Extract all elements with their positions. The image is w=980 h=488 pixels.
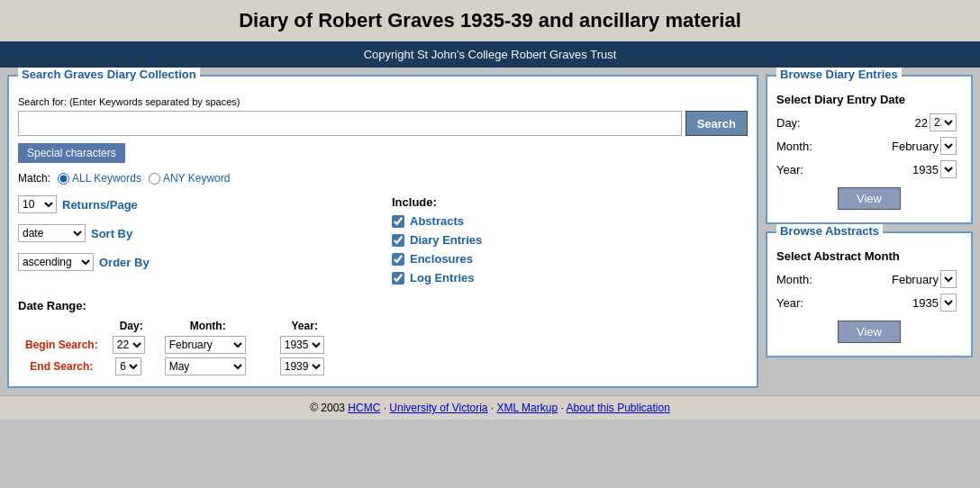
main-layout: Search Graves Diary Collection Search fo… (0, 68, 980, 395)
match-row: Match: ALL Keywords ANY Keyword (18, 172, 748, 185)
footer-copyright: © 2003 (310, 402, 345, 414)
log-entries-row: Log Entries (392, 271, 748, 285)
begin-year-select[interactable]: 1935 1936193719381939 (280, 336, 324, 354)
browse-diary-day-row: Day: 22 22 (776, 113, 962, 131)
browse-abstracts-panel: Browse Abstracts Select Abstract Month M… (766, 231, 973, 357)
enclosures-row: Enclosures (392, 252, 748, 266)
year-col-header: Year: (273, 318, 337, 334)
browse-diary-view-button[interactable]: View (838, 187, 901, 210)
browse-diary-month-label: Month: (776, 140, 812, 153)
diary-entries-row: Diary Entries (392, 233, 748, 247)
browse-diary-year-label: Year: (776, 163, 803, 176)
right-controls: Include: Abstracts Diary Entries Enclosu… (392, 195, 748, 290)
include-label: Include: (392, 195, 748, 209)
browse-abstracts-month-label: Month: (776, 273, 812, 286)
end-day-select[interactable]: 6 12345 78 (115, 357, 141, 375)
all-keywords-label[interactable]: ALL Keywords (58, 172, 141, 185)
any-keyword-label[interactable]: ANY Keyword (149, 172, 230, 185)
day-col-header: Day: (105, 318, 158, 334)
browse-diary-day-label: Day: (776, 116, 801, 130)
browse-diary-day-value: 22 (915, 116, 928, 130)
order-select[interactable]: ascending descending (18, 253, 94, 271)
left-controls: 10 20 50 100 Returns/Page date relevance… (18, 195, 374, 290)
right-panel: Browse Diary Entries Select Diary Entry … (766, 75, 973, 388)
browse-abstracts-year-row: Year: 1935 1935 (776, 294, 962, 312)
order-label: Order By (99, 256, 150, 269)
begin-month-select[interactable]: January February MarchAprilMay (165, 336, 246, 354)
log-entries-checkbox[interactable] (392, 272, 404, 285)
browse-diary-year-select[interactable]: 1935 (940, 160, 957, 178)
all-keywords-radio[interactable] (58, 173, 69, 185)
search-row: Search (18, 111, 748, 136)
page-title: Diary of Robert Graves 1935-39 and ancil… (0, 0, 980, 41)
end-month-select[interactable]: JanuaryFebruaryMarchApril May (165, 357, 246, 375)
controls-area: 10 20 50 100 Returns/Page date relevance… (18, 195, 748, 290)
search-input[interactable] (18, 111, 682, 136)
copyright-bar: Copyright St John's College Robert Grave… (0, 41, 980, 68)
enclosures-label: Enclosures (410, 252, 473, 266)
search-button[interactable]: Search (685, 111, 748, 136)
end-search-row: End Search: 6 12345 78 JanuaryFebruaryMa… (18, 356, 337, 377)
browse-diary-month-select[interactable]: February (940, 137, 957, 155)
begin-search-label: Begin Search: (18, 334, 105, 356)
browse-abstracts-month-value: February (892, 273, 939, 286)
browse-abstracts-month-row: Month: February February (776, 270, 962, 288)
log-entries-label: Log Entries (410, 271, 475, 285)
begin-day-select[interactable]: 22 12345 678910 (113, 336, 145, 354)
browse-abstracts-month-select[interactable]: February (940, 270, 957, 288)
browse-abstracts-year-select[interactable]: 1935 (940, 294, 957, 312)
search-panel-title: Search Graves Diary Collection (18, 68, 200, 81)
browse-abstracts-year-value: 1935 (912, 296, 939, 310)
special-characters-button[interactable]: Special characters (18, 143, 125, 163)
date-range-section: Date Range: Day: Month: Year: Begin Sear… (18, 299, 748, 377)
xml-link[interactable]: XML Markup (497, 402, 558, 414)
returns-select[interactable]: 10 20 50 100 (18, 195, 57, 213)
browse-abstracts-title: Browse Abstracts (776, 224, 883, 238)
hcmc-link[interactable]: HCMC (348, 402, 380, 414)
browse-diary-month-value: February (892, 140, 939, 153)
begin-search-row: Begin Search: 22 12345 678910 January (18, 334, 337, 356)
sort-row: date relevance Sort By (18, 224, 374, 242)
search-panel: Search Graves Diary Collection Search fo… (7, 75, 758, 388)
date-table: Day: Month: Year: Begin Search: 22 12345 (18, 318, 337, 377)
search-for-label: Search for: (Enter Keywords separated by… (18, 96, 748, 107)
browse-abstracts-section-title: Select Abstract Month (776, 249, 962, 263)
order-row: ascending descending Order By (18, 253, 374, 271)
uvic-link[interactable]: University of Victoria (389, 402, 487, 414)
diary-entries-label: Diary Entries (410, 233, 482, 247)
browse-abstracts-view-button[interactable]: View (838, 321, 901, 343)
date-range-title: Date Range: (18, 299, 748, 312)
month-col-header: Month: (158, 318, 259, 334)
browse-abstracts-year-label: Year: (776, 296, 803, 310)
end-search-label: End Search: (18, 356, 105, 377)
browse-diary-section-title: Select Diary Entry Date (776, 93, 962, 106)
abstracts-checkbox[interactable] (392, 215, 404, 228)
returns-row: 10 20 50 100 Returns/Page (18, 195, 374, 213)
returns-label: Returns/Page (62, 198, 138, 212)
abstracts-row: Abstracts (392, 214, 748, 228)
browse-diary-title: Browse Diary Entries (776, 68, 902, 81)
any-keyword-radio[interactable] (149, 173, 160, 185)
match-label: Match: (18, 172, 50, 185)
abstracts-label: Abstracts (410, 214, 464, 228)
browse-diary-year-value: 1935 (912, 163, 939, 176)
footer: © 2003 HCMC · University of Victoria · X… (0, 395, 980, 420)
about-link[interactable]: About this Publication (566, 402, 669, 414)
browse-diary-year-row: Year: 1935 1935 (776, 160, 962, 178)
end-year-select[interactable]: 1935193619371938 1939 (280, 357, 324, 375)
browse-diary-panel: Browse Diary Entries Select Diary Entry … (766, 75, 973, 224)
enclosures-checkbox[interactable] (392, 253, 404, 266)
diary-entries-checkbox[interactable] (392, 234, 404, 247)
sort-label: Sort By (91, 227, 132, 240)
sort-select[interactable]: date relevance (18, 224, 86, 242)
browse-diary-month-row: Month: February February (776, 137, 962, 155)
browse-diary-day-select[interactable]: 22 (930, 113, 957, 131)
